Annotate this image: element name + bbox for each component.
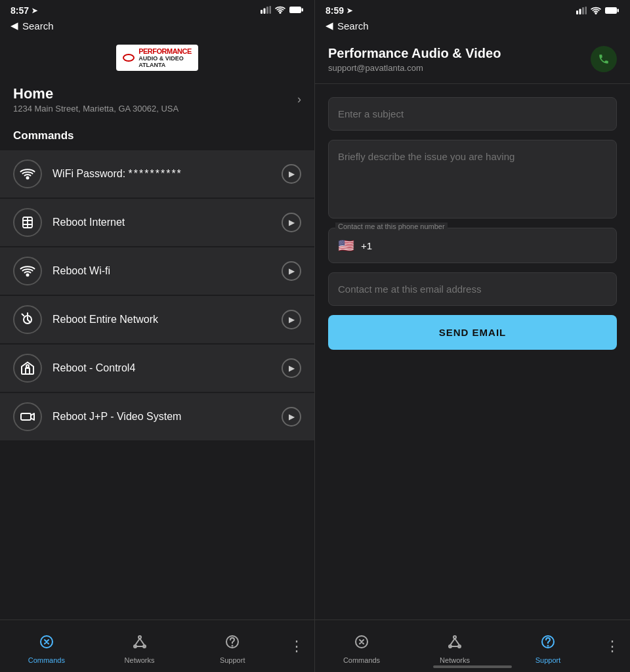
right-tab-support[interactable]: Support — [501, 629, 595, 664]
home-indicator — [433, 665, 512, 668]
contact-title: Performance Audio & Video — [328, 46, 501, 61]
left-tab-more[interactable]: ⋮ — [279, 638, 314, 655]
left-tab-support[interactable]: Support — [186, 629, 279, 664]
command-item-reboot-video[interactable]: Reboot J+P - Video System ▶ — [0, 393, 314, 440]
subject-input[interactable] — [328, 97, 617, 131]
wifi-password-play-btn[interactable]: ▶ — [282, 164, 301, 184]
location-row[interactable]: Home 1234 Main Street, Marietta, GA 3006… — [0, 77, 314, 119]
reboot-network-play-btn[interactable]: ▶ — [282, 310, 301, 329]
left-search[interactable]: ◀ Search — [0, 18, 314, 37]
description-textarea[interactable] — [328, 140, 617, 219]
right-back-arrow: ◀ — [326, 20, 333, 32]
networks-tab-icon — [132, 634, 148, 654]
left-battery-icon — [289, 5, 304, 16]
svg-rect-31 — [605, 7, 617, 14]
right-tab-commands-label: Commands — [343, 656, 380, 664]
reboot-video-play-btn[interactable]: ▶ — [282, 407, 301, 427]
svg-rect-0 — [261, 10, 262, 14]
reboot-control4-icon-wrap — [13, 354, 42, 383]
wifi-password-icon-wrap — [13, 159, 42, 188]
right-battery-icon — [605, 7, 620, 14]
svg-point-25 — [232, 645, 233, 646]
logo-badge: PERFORMANCE AUDIO & VIDEO ATLANTA — [116, 45, 198, 71]
svg-rect-16 — [21, 413, 31, 420]
right-wifi-icon — [591, 7, 601, 14]
logo-area: PERFORMANCE AUDIO & VIDEO ATLANTA — [0, 37, 314, 77]
wifi-password-label: WiFi Password: ********** — [52, 168, 271, 180]
svg-line-38 — [455, 639, 459, 645]
right-tab-commands[interactable]: Commands — [315, 629, 408, 664]
right-tab-networks-label: Networks — [440, 656, 470, 664]
command-item-reboot-network[interactable]: Reboot Entire Network ▶ — [0, 296, 314, 343]
contact-info: Performance Audio & Video support@pavatl… — [328, 46, 501, 73]
svg-rect-14 — [26, 368, 30, 374]
right-panel: 8:59 ➤ ◀ Search Performance Audio & Vide… — [315, 0, 630, 672]
right-support-tab-icon — [540, 634, 556, 654]
logo-oval — [123, 54, 135, 62]
logo-text-line2: AUDIO & VIDEO — [138, 55, 192, 62]
right-commands-tab-icon — [354, 634, 369, 654]
right-status-bar: 8:59 ➤ — [326, 5, 620, 16]
left-search-label: Search — [22, 20, 54, 32]
right-tab-networks[interactable]: Networks — [408, 629, 501, 664]
svg-line-21 — [135, 639, 140, 645]
reboot-network-label: Reboot Entire Network — [52, 314, 271, 326]
left-tab-commands-label: Commands — [28, 656, 65, 664]
svg-rect-1 — [264, 9, 266, 14]
svg-rect-29 — [585, 7, 587, 14]
reboot-control4-play-btn[interactable]: ▶ — [282, 358, 301, 378]
logo-text-red: PERFORMANCE — [138, 47, 192, 55]
left-tab-support-label: Support — [220, 656, 245, 664]
svg-point-15 — [26, 365, 29, 368]
svg-line-37 — [450, 639, 455, 645]
svg-rect-26 — [576, 10, 578, 14]
command-item-reboot-internet[interactable]: Reboot Internet ▶ — [0, 199, 314, 246]
right-search-label: Search — [337, 20, 369, 32]
command-item-reboot-wifi[interactable]: Reboot Wi-fi ▶ — [0, 247, 314, 295]
location-info: Home 1234 Main Street, Marietta, GA 3006… — [13, 85, 178, 114]
right-tab-more[interactable]: ⋮ — [595, 638, 630, 655]
phone-input-row: 🇺🇸 +1 — [329, 228, 616, 262]
command-item-wifi-password[interactable]: WiFi Password: ********** ▶ — [0, 150, 314, 198]
location-subtitle: 1234 Main Street, Marietta, GA 30062, US… — [13, 104, 178, 114]
left-status-bar: 8:57 ➤ — [0, 0, 314, 18]
svg-rect-3 — [270, 6, 272, 14]
phone-field-label: Contact me at this phone number — [335, 222, 448, 230]
left-wifi-icon — [275, 5, 285, 16]
right-signal-icon — [576, 7, 587, 14]
support-form: Contact me at this phone number 🇺🇸 +1 SE… — [315, 84, 630, 363]
svg-rect-28 — [582, 7, 584, 14]
svg-rect-32 — [618, 9, 620, 12]
left-tab-networks-label: Networks — [125, 656, 155, 664]
svg-rect-2 — [266, 7, 268, 14]
reboot-video-icon-wrap — [13, 402, 42, 431]
svg-point-7 — [27, 177, 29, 179]
commands-section: Commands WiFi Password: ********** ▶ — [0, 119, 314, 446]
contact-header: Performance Audio & Video support@pavatl… — [315, 38, 630, 84]
reboot-wifi-play-btn[interactable]: ▶ — [282, 261, 301, 281]
commands-tab-icon — [39, 634, 54, 654]
reboot-internet-icon-wrap — [13, 208, 42, 237]
reboot-internet-play-btn[interactable]: ▶ — [282, 213, 301, 232]
logo-text-line3: ATLANTA — [138, 62, 192, 68]
svg-line-22 — [140, 639, 144, 645]
call-button[interactable] — [591, 46, 617, 72]
left-tab-commands[interactable]: Commands — [0, 629, 93, 664]
left-tab-bar: Commands Networks Support ⋮ — [0, 620, 314, 672]
right-search[interactable]: ◀ Search — [326, 18, 620, 35]
left-time: 8:57 — [10, 5, 29, 16]
phone-number-input[interactable] — [379, 240, 607, 251]
reboot-video-label: Reboot J+P - Video System — [52, 411, 271, 423]
left-tab-networks[interactable]: Networks — [93, 629, 186, 664]
email-input[interactable] — [328, 272, 617, 306]
phone-code: +1 — [361, 240, 372, 251]
send-email-button[interactable]: SEND EMAIL — [328, 315, 617, 350]
location-title: Home — [13, 85, 178, 102]
command-item-reboot-control4[interactable]: Reboot - Control4 ▶ — [0, 345, 314, 392]
right-tab-support-label: Support — [536, 656, 561, 664]
location-chevron: › — [297, 93, 301, 106]
phone-field-wrap: Contact me at this phone number 🇺🇸 +1 — [328, 228, 617, 263]
svg-point-41 — [548, 645, 549, 646]
right-networks-tab-icon — [447, 634, 463, 654]
support-tab-icon-left — [224, 634, 240, 654]
